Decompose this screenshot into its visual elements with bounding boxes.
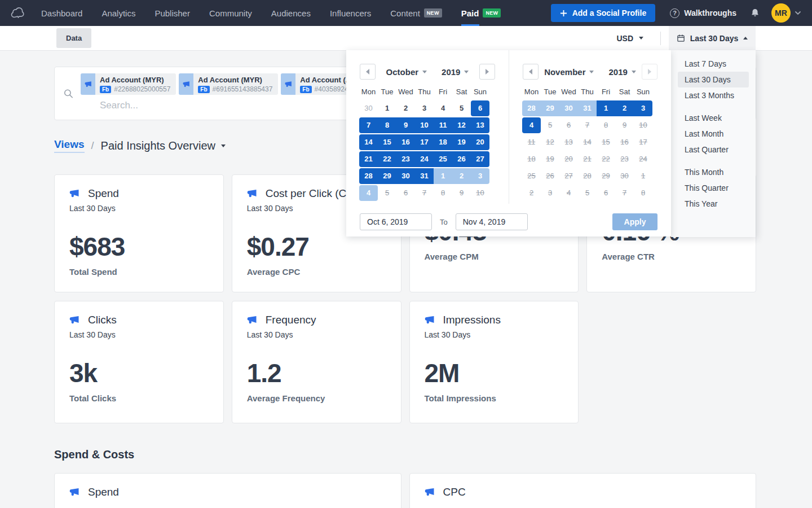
day-cell[interactable]: 28	[522, 100, 541, 116]
day-cell[interactable]: 1	[434, 168, 452, 184]
day-cell[interactable]: 1	[597, 100, 615, 116]
day-cell[interactable]: 27	[471, 151, 489, 167]
range-option-last-week[interactable]: Last Week	[678, 110, 749, 126]
day-cell[interactable]: 26	[452, 151, 471, 167]
user-menu[interactable]: MR	[771, 3, 801, 23]
day-cell[interactable]: 4	[359, 185, 378, 201]
view-title-dropdown[interactable]: Paid Insights Overview	[101, 139, 226, 152]
day-row: 2345678	[522, 185, 671, 201]
range-option-last-3-months[interactable]: Last 3 Months	[678, 87, 749, 103]
day-cell[interactable]: 24	[415, 151, 434, 167]
day-cell[interactable]: 11	[434, 117, 452, 133]
prev-month-button[interactable]	[360, 64, 376, 80]
day-cell[interactable]: 17	[415, 134, 434, 150]
notifications-bell-icon[interactable]	[750, 7, 760, 19]
views-link[interactable]: Views	[54, 138, 85, 153]
day-cell[interactable]: 3	[634, 100, 652, 116]
nav-item-paid[interactable]: PaidNEW	[461, 0, 501, 26]
day-cell[interactable]: 1	[378, 100, 396, 116]
day-cell[interactable]: 13	[471, 117, 489, 133]
nav-item-influencers[interactable]: Influencers	[330, 0, 371, 26]
day-cell[interactable]: 30	[359, 100, 378, 116]
nav-item-publisher[interactable]: Publisher	[155, 0, 190, 26]
day-cell[interactable]: 16	[396, 134, 415, 150]
day-cell: 26	[541, 168, 559, 184]
walkthroughs-button[interactable]: ? Walkthroughs	[670, 8, 736, 18]
day-cell[interactable]: 4	[434, 100, 452, 116]
nav-item-content[interactable]: ContentNEW	[390, 0, 442, 26]
day-cell[interactable]: 8	[378, 117, 396, 133]
day-cell[interactable]: 2	[452, 168, 471, 184]
add-social-profile-button[interactable]: Add a Social Profile	[551, 4, 655, 22]
date-range-button[interactable]: Last 30 Days	[669, 26, 756, 50]
range-option-last-30-days[interactable]: Last 30 Days	[678, 72, 749, 87]
day-cell[interactable]: 31	[415, 168, 434, 184]
metric-card-total-spend: SpendLast 30 Days$683Total Spend	[54, 174, 224, 292]
day-cell[interactable]: 29	[541, 100, 559, 116]
date-range-menu: Last 7 DaysLast 30 DaysLast 3 MonthsLast…	[671, 50, 756, 237]
day-cell[interactable]: 30	[559, 100, 578, 116]
range-option-this-month[interactable]: This Month	[678, 164, 749, 180]
range-option-last-7-days[interactable]: Last 7 Days	[678, 56, 749, 72]
apply-button[interactable]: Apply	[612, 213, 657, 230]
account-chip[interactable]: Ad Account (MYR)Fb#22688025000557	[81, 73, 176, 95]
range-option-this-quarter[interactable]: This Quarter	[678, 180, 749, 196]
range-option-this-year[interactable]: This Year	[678, 196, 749, 212]
account-chip[interactable]: Ad Account (MYR)Fb#691655143885437	[179, 73, 278, 95]
app-logo-icon[interactable]	[9, 4, 27, 22]
prev-month-button[interactable]	[523, 64, 539, 80]
nav-item-dashboard[interactable]: Dashboard	[41, 0, 82, 26]
day-cell[interactable]: 18	[434, 134, 452, 150]
metric-value: 2M	[425, 358, 564, 388]
currency-label: USD	[616, 34, 633, 43]
metric-card-header: Impressions	[425, 314, 564, 326]
start-date-input[interactable]	[360, 213, 432, 230]
day-cell: 9	[615, 117, 634, 133]
month-select[interactable]: October	[386, 67, 427, 77]
chart-subtitle-row: Last 30 DaysAggregated by Day	[425, 502, 742, 508]
calendar-header: October2019	[346, 50, 509, 80]
data-tab[interactable]: Data	[56, 28, 91, 48]
year-select[interactable]: 2019	[442, 67, 469, 77]
day-row: 78910111213	[359, 117, 509, 133]
nav-item-community[interactable]: Community	[209, 0, 252, 26]
day-cell[interactable]: 31	[578, 100, 597, 116]
range-option-last-month[interactable]: Last Month	[678, 126, 749, 142]
nav-item-analytics[interactable]: Analytics	[102, 0, 135, 26]
day-cell[interactable]: 23	[396, 151, 415, 167]
day-cell[interactable]: 20	[471, 134, 489, 150]
day-cell[interactable]: 19	[452, 134, 471, 150]
day-cell[interactable]: 21	[359, 151, 378, 167]
day-cell[interactable]: 25	[434, 151, 452, 167]
day-cell[interactable]: 2	[396, 100, 415, 116]
month-select[interactable]: November	[544, 67, 594, 77]
day-cell[interactable]: 12	[452, 117, 471, 133]
next-month-button[interactable]	[479, 64, 495, 80]
search-input[interactable]	[100, 100, 325, 111]
day-row: 28293031123	[359, 168, 509, 184]
range-option-last-quarter[interactable]: Last Quarter	[678, 142, 749, 157]
day-cell[interactable]: 5	[452, 100, 471, 116]
day-cell[interactable]: 30	[396, 168, 415, 184]
day-cell[interactable]: 28	[359, 168, 378, 184]
day-cell[interactable]: 14	[359, 134, 378, 150]
day-cell[interactable]: 2	[615, 100, 634, 116]
day-cell[interactable]: 9	[396, 117, 415, 133]
account-id: #22688025000557	[114, 85, 170, 93]
avatar[interactable]: MR	[771, 3, 791, 23]
day-cell[interactable]: 3	[415, 100, 434, 116]
chart-cards: SpendLast 30 DaysAggregated by Day CPCLa…	[54, 473, 756, 508]
year-select[interactable]: 2019	[608, 67, 636, 77]
day-cell[interactable]: 6	[471, 100, 489, 116]
day-cell[interactable]: 15	[378, 134, 396, 150]
metric-title: Frequency	[266, 314, 316, 326]
day-cell[interactable]: 22	[378, 151, 396, 167]
end-date-input[interactable]	[456, 213, 528, 230]
day-cell[interactable]: 10	[415, 117, 434, 133]
currency-select[interactable]: USD	[616, 34, 643, 43]
day-cell[interactable]: 4	[522, 117, 541, 133]
day-cell[interactable]: 7	[359, 117, 378, 133]
day-cell[interactable]: 29	[378, 168, 396, 184]
day-cell[interactable]: 3	[471, 168, 489, 184]
nav-item-audiences[interactable]: Audiences	[271, 0, 311, 26]
